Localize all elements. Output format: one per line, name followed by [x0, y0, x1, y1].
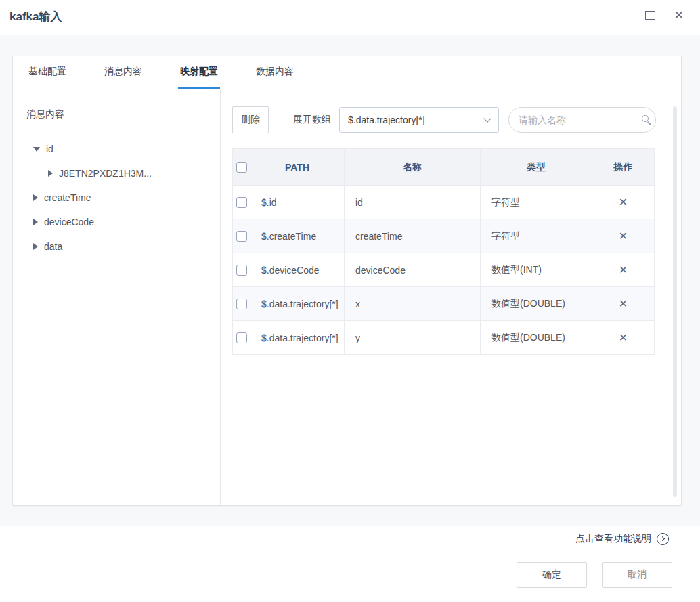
row-delete-icon[interactable]: ✕ [619, 197, 628, 208]
vertical-scrollbar[interactable] [673, 106, 677, 497]
row-checkbox[interactable] [236, 231, 247, 242]
footer-buttons: 确定 取消 [517, 562, 672, 588]
cell-type: 字符型 [481, 186, 592, 219]
tab-mapping-config[interactable]: 映射配置 [178, 56, 220, 89]
caret-right-icon[interactable] [33, 219, 38, 225]
tree-item-id-value[interactable]: J8ETN2PXDZ1H3M... [48, 161, 213, 186]
tree-item-devicecode[interactable]: deviceCode [33, 210, 213, 234]
close-icon[interactable]: ✕ [674, 9, 684, 21]
tab-message-content[interactable]: 消息内容 [102, 56, 144, 89]
caret-down-icon[interactable] [33, 147, 40, 152]
expand-array-value: $.data.trajectory[*] [348, 114, 425, 125]
header-checkbox-cell [233, 149, 250, 186]
tree-item-label: deviceCode [44, 217, 94, 228]
cancel-button[interactable]: 取消 [602, 562, 672, 588]
caret-right-icon[interactable] [33, 194, 38, 201]
tree-item-label: createTime [44, 192, 91, 203]
tree-item-createtime[interactable]: createTime [33, 186, 213, 210]
cell-name: deviceCode [345, 253, 481, 287]
cell-name: y [345, 321, 481, 355]
cell-path: $.data.trajectory[*] [250, 287, 345, 321]
header-path: PATH [250, 149, 345, 186]
cell-path: $.createTime [250, 219, 345, 253]
circle-arrow-icon [657, 533, 669, 545]
mapping-toolbar: 删除 展开数组 $.data.trajectory[*] [232, 106, 656, 133]
row-checkbox[interactable] [236, 197, 247, 208]
dialog-titlebar: kafka输入 ✕ [0, 0, 700, 35]
config-panel: 基础配置 消息内容 映射配置 数据内容 消息内容 id J8ETN2PXDZ1H… [12, 56, 682, 506]
search-icon[interactable] [641, 114, 652, 125]
dialog-footer: 点击查看功能说明 确定 取消 [0, 526, 700, 602]
select-all-checkbox[interactable] [236, 162, 247, 173]
dialog-title: kafka输入 [9, 9, 62, 24]
row-delete-icon[interactable]: ✕ [619, 299, 628, 309]
expand-array-label: 展开数组 [293, 114, 331, 126]
header-type: 类型 [481, 149, 592, 186]
cell-name: id [345, 186, 481, 219]
header-name: 名称 [345, 149, 481, 186]
mapping-main: 删除 展开数组 $.data.trajectory[*] [221, 89, 681, 505]
cell-path: $.deviceCode [250, 253, 345, 287]
tab-basic-config[interactable]: 基础配置 [26, 56, 68, 89]
table-row: $.data.trajectory[*] x 数值型(DOUBLE) ✕ [233, 287, 655, 321]
chevron-down-icon [483, 114, 491, 122]
search-box [508, 107, 656, 133]
maximize-icon[interactable] [645, 11, 655, 20]
cell-path: $.data.trajectory[*] [250, 321, 345, 355]
message-tree: 消息内容 id J8ETN2PXDZ1H3M... createTime dev… [13, 89, 221, 505]
window-controls: ✕ [645, 9, 684, 21]
cell-type: 数值型(INT) [481, 253, 592, 287]
table-row: $.deviceCode deviceCode 数值型(INT) ✕ [233, 253, 655, 287]
mapping-table: PATH 名称 类型 操作 $.id id 字符型 ✕ [232, 148, 655, 355]
cell-type: 数值型(DOUBLE) [481, 321, 592, 355]
tree-item-id[interactable]: id [33, 137, 213, 161]
help-link[interactable]: 点击查看功能说明 [575, 533, 669, 545]
table-row: $.createTime createTime 字符型 ✕ [233, 219, 655, 253]
row-checkbox[interactable] [236, 332, 247, 343]
row-delete-icon[interactable]: ✕ [619, 231, 628, 242]
tab-data-content[interactable]: 数据内容 [254, 56, 296, 89]
tree-header: 消息内容 [26, 108, 213, 121]
header-op: 操作 [592, 149, 655, 186]
delete-button[interactable]: 删除 [232, 106, 269, 133]
row-delete-icon[interactable]: ✕ [619, 332, 628, 343]
help-link-label: 点击查看功能说明 [575, 533, 651, 545]
row-checkbox[interactable] [236, 299, 247, 309]
cell-type: 字符型 [481, 219, 592, 253]
search-input[interactable] [519, 114, 641, 125]
cell-name: x [345, 287, 481, 321]
tree-item-data[interactable]: data [33, 234, 213, 259]
table-row: $.data.trajectory[*] y 数值型(DOUBLE) ✕ [233, 321, 655, 355]
row-checkbox[interactable] [236, 265, 247, 276]
expand-array-select[interactable]: $.data.trajectory[*] [339, 107, 499, 133]
table-header-row: PATH 名称 类型 操作 [233, 149, 655, 186]
tree-item-label: J8ETN2PXDZ1H3M... [59, 168, 152, 179]
panel-content: 消息内容 id J8ETN2PXDZ1H3M... createTime dev… [13, 89, 681, 505]
row-delete-icon[interactable]: ✕ [619, 265, 628, 276]
caret-right-icon[interactable] [48, 170, 53, 177]
dialog-body: 基础配置 消息内容 映射配置 数据内容 消息内容 id J8ETN2PXDZ1H… [0, 35, 700, 526]
cell-type: 数值型(DOUBLE) [481, 287, 592, 321]
cell-path: $.id [250, 186, 345, 219]
caret-right-icon[interactable] [33, 243, 38, 250]
tab-bar: 基础配置 消息内容 映射配置 数据内容 [13, 56, 681, 89]
cell-name: createTime [345, 219, 481, 253]
tree-item-label: id [46, 144, 53, 154]
ok-button[interactable]: 确定 [517, 562, 587, 588]
tree-item-label: data [44, 241, 62, 252]
table-row: $.id id 字符型 ✕ [233, 186, 655, 219]
